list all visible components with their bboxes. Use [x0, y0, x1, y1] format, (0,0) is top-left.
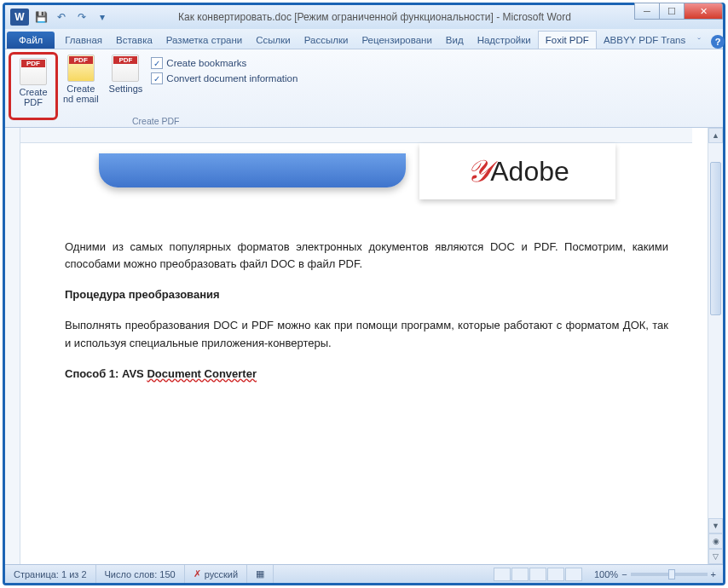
- create-and-email-button[interactable]: Create nd email: [58, 52, 104, 113]
- create-bookmarks-label: Create bookmarks: [166, 58, 246, 68]
- horizontal-ruler[interactable]: [20, 128, 692, 143]
- convert-docinfo-checkbox[interactable]: ✓: [151, 72, 163, 84]
- tab-home[interactable]: Главная: [58, 32, 109, 49]
- tab-layout[interactable]: Разметка страни: [159, 32, 249, 49]
- vertical-ruler[interactable]: [5, 128, 20, 564]
- close-button[interactable]: ✕: [684, 3, 723, 20]
- word-app-icon: W: [10, 9, 29, 26]
- create-pdf-button[interactable]: Create PDF: [14, 55, 53, 117]
- minimize-button[interactable]: ─: [634, 3, 660, 20]
- qat-dropdown-icon[interactable]: ▾: [93, 9, 112, 26]
- pdf-settings-icon: [112, 55, 139, 82]
- tab-abbyy[interactable]: ABBYY PDF Trans: [597, 32, 692, 49]
- pdf-create-icon: [20, 58, 47, 85]
- next-page-icon[interactable]: ▽: [708, 549, 723, 564]
- vertical-scrollbar[interactable]: ▲ ▼ ◉ ▽: [708, 128, 723, 564]
- adobe-scribble-icon: 𝒴: [465, 153, 487, 189]
- create-bookmarks-checkbox[interactable]: ✓: [151, 57, 163, 69]
- tab-review[interactable]: Рецензировани: [355, 32, 438, 49]
- status-macro[interactable]: ▦: [247, 565, 274, 583]
- view-web[interactable]: [529, 568, 546, 581]
- status-page[interactable]: Страница: 1 из 2: [5, 565, 96, 583]
- heading-1: Процедура преобразования: [65, 286, 668, 303]
- paragraph-2: Выполнять преобразования DOC и PDF можно…: [65, 317, 668, 351]
- tab-file[interactable]: Файл: [7, 32, 55, 49]
- document-area: 𝒴 Adobe Одними из самых популярных форма…: [5, 128, 723, 564]
- help-icon[interactable]: ?: [711, 35, 725, 49]
- tab-view[interactable]: Вид: [439, 32, 471, 49]
- paragraph-1: Одними из самых популярных форматов элек…: [65, 239, 668, 273]
- tab-mailings[interactable]: Рассылки: [298, 32, 355, 49]
- save-icon[interactable]: 💾: [32, 9, 50, 26]
- prev-page-icon[interactable]: ◉: [708, 533, 723, 549]
- heading-2: Способ 1: AVS Document Converter: [65, 366, 668, 383]
- convert-docinfo-label: Convert document information: [166, 73, 298, 84]
- pdf-email-icon: [67, 55, 95, 82]
- ribbon-group-label: Create PDF: [5, 116, 306, 126]
- status-proofing[interactable]: ✗русский: [185, 565, 247, 583]
- scroll-down-icon[interactable]: ▼: [708, 518, 723, 533]
- redo-icon[interactable]: ↷: [72, 9, 91, 26]
- tab-addins[interactable]: Надстройки: [471, 32, 538, 49]
- view-fullscreen[interactable]: [511, 568, 529, 581]
- view-draft[interactable]: [565, 568, 582, 581]
- window-title: Как конвертировать.doc [Режим ограниченн…: [112, 11, 723, 23]
- zoom-out-icon[interactable]: −: [621, 569, 627, 579]
- ribbon-tabs: Файл Главная Вставка Разметка страни Ссы…: [5, 29, 723, 49]
- view-buttons: [488, 568, 587, 581]
- macro-icon: ▦: [256, 568, 264, 579]
- scroll-up-icon[interactable]: ▲: [708, 128, 723, 143]
- quick-access-toolbar: 💾 ↶ ↷ ▾: [32, 9, 112, 26]
- tab-references[interactable]: Ссылки: [249, 32, 298, 49]
- settings-button[interactable]: Settings: [104, 52, 148, 113]
- zoom-slider[interactable]: [631, 573, 708, 576]
- tab-insert[interactable]: Вставка: [109, 32, 159, 49]
- zoom-in-icon[interactable]: +: [711, 569, 716, 579]
- proofing-icon: ✗: [194, 568, 201, 579]
- undo-icon[interactable]: ↶: [52, 9, 71, 26]
- document-shape: [99, 153, 406, 187]
- adobe-logo: 𝒴 Adobe: [419, 143, 615, 199]
- view-print-layout[interactable]: [494, 568, 511, 581]
- document-page[interactable]: 𝒴 Adobe Одними из самых популярных форма…: [41, 143, 692, 406]
- titlebar: W 💾 ↶ ↷ ▾ Как конвертировать.doc [Режим …: [5, 5, 723, 29]
- status-wordcount[interactable]: Число слов: 150: [96, 565, 185, 583]
- collapse-ribbon-icon[interactable]: ˇ: [692, 35, 706, 49]
- scroll-thumb[interactable]: [710, 162, 721, 315]
- maximize-button[interactable]: ☐: [659, 3, 685, 20]
- zoom-level[interactable]: 100%: [594, 569, 618, 579]
- statusbar: Страница: 1 из 2 Число слов: 150 ✗русски…: [5, 564, 723, 583]
- highlight-annotation: Create PDF: [9, 52, 58, 120]
- ribbon: Create PDF Create nd email Settings ✓ Cr…: [5, 49, 723, 128]
- tab-foxit-pdf[interactable]: Foxit PDF: [538, 31, 597, 49]
- view-outline[interactable]: [547, 568, 564, 581]
